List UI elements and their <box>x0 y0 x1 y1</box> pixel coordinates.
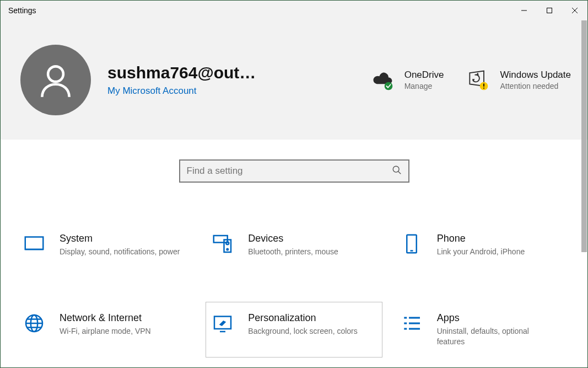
personalization-title: Personalization <box>248 312 357 324</box>
account-info: sushma764@out… My Microsoft Account <box>107 63 278 97</box>
onedrive-subtitle: Manage <box>404 82 444 90</box>
update-title: Windows Update <box>500 70 571 81</box>
tile-personalization[interactable]: Personalization Background, lock screen,… <box>206 302 382 358</box>
windows-update-card[interactable]: Windows Update Attention needed <box>466 68 571 92</box>
phone-subtitle: Link your Android, iPhone <box>437 247 525 257</box>
onedrive-card[interactable]: OneDrive Manage <box>370 68 444 92</box>
tile-phone[interactable]: Phone Link your Android, iPhone <box>395 222 571 268</box>
onedrive-icon <box>370 68 395 92</box>
tile-devices[interactable]: Devices Bluetooth, printers, mouse <box>206 222 382 268</box>
window-title: Settings <box>8 6 36 15</box>
content-area: System Display, sound, notifications, po… <box>1 140 587 358</box>
svg-point-4 <box>48 66 63 82</box>
svg-line-12 <box>398 172 401 174</box>
tile-network[interactable]: Network & Internet Wi-Fi, airplane mode,… <box>17 302 193 358</box>
apps-subtitle: Uninstall, defaults, optional features <box>437 326 558 347</box>
phone-icon <box>401 233 425 257</box>
avatar[interactable] <box>20 45 91 115</box>
system-subtitle: Display, sound, notifications, power <box>60 247 180 257</box>
svg-rect-9 <box>484 83 485 87</box>
search-input[interactable] <box>187 166 386 177</box>
svg-rect-10 <box>484 88 485 89</box>
system-icon <box>23 233 47 257</box>
close-button[interactable] <box>562 1 587 20</box>
maximize-button[interactable] <box>537 1 562 20</box>
personalization-subtitle: Background, lock screen, colors <box>248 326 357 337</box>
devices-subtitle: Bluetooth, printers, mouse <box>248 247 338 257</box>
system-title: System <box>60 233 180 244</box>
phone-title: Phone <box>437 233 525 244</box>
personalization-icon <box>212 312 236 337</box>
update-subtitle: Attention needed <box>500 82 571 90</box>
svg-point-5 <box>384 82 392 90</box>
tile-system[interactable]: System Display, sound, notifications, po… <box>17 222 193 268</box>
onedrive-title: OneDrive <box>404 70 444 81</box>
minimize-button[interactable] <box>511 1 537 20</box>
search-icon <box>392 165 402 177</box>
svg-rect-1 <box>547 8 552 13</box>
svg-rect-13 <box>25 237 44 250</box>
account-header: sushma764@out… My Microsoft Account OneD… <box>1 20 587 140</box>
categories-grid: System Display, sound, notifications, po… <box>17 222 571 358</box>
svg-marker-7 <box>477 72 479 75</box>
window-controls <box>511 1 587 20</box>
apps-title: Apps <box>437 312 558 324</box>
devices-title: Devices <box>248 233 338 244</box>
network-title: Network & Internet <box>60 312 151 324</box>
titlebar: Settings <box>1 1 587 20</box>
network-subtitle: Wi-Fi, airplane mode, VPN <box>60 326 151 337</box>
svg-point-18 <box>227 249 229 250</box>
scrollbar[interactable] <box>581 20 587 252</box>
microsoft-account-link[interactable]: My Microsoft Account <box>107 86 278 97</box>
tile-apps[interactable]: Apps Uninstall, defaults, optional featu… <box>395 302 571 358</box>
search-box[interactable] <box>179 159 409 183</box>
account-email: sushma764@out… <box>107 63 278 82</box>
svg-point-11 <box>393 166 399 172</box>
network-icon <box>23 312 47 337</box>
update-icon <box>466 68 490 92</box>
devices-icon <box>212 233 236 257</box>
apps-icon <box>401 312 425 337</box>
